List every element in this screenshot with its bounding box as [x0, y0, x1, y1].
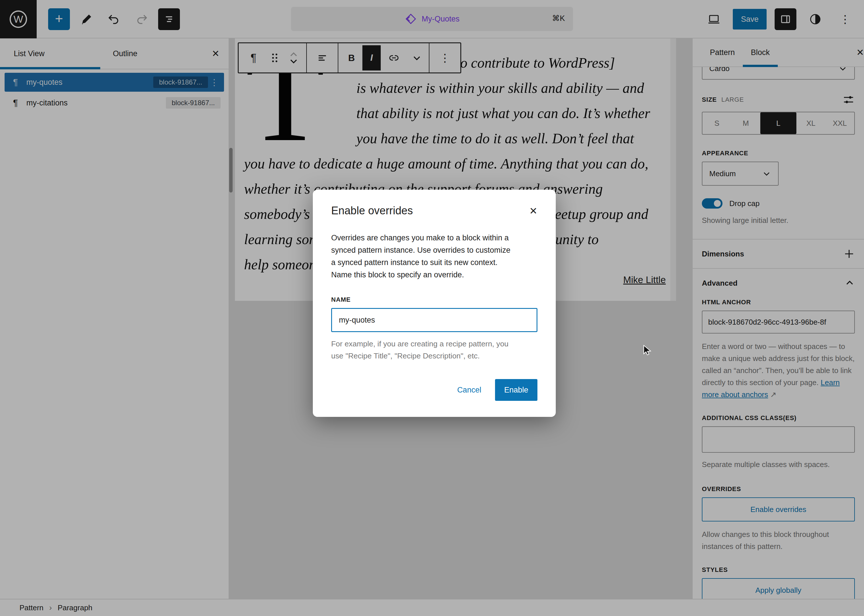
- dialog-actions: Cancel Enable: [331, 379, 537, 401]
- dialog-description: Overrides are changes you make to a bloc…: [331, 232, 537, 281]
- cancel-button[interactable]: Cancel: [449, 379, 489, 401]
- arrow-cursor-icon: [641, 344, 654, 357]
- name-label: NAME: [331, 296, 537, 303]
- enable-button[interactable]: Enable: [495, 379, 537, 401]
- override-name-input[interactable]: [331, 308, 537, 332]
- wordpress-pattern-editor: W +: [0, 0, 864, 616]
- dialog-header: Enable overrides ✕: [331, 204, 537, 217]
- dialog-title: Enable overrides: [331, 204, 413, 217]
- mouse-cursor: [641, 344, 654, 357]
- close-dialog-icon[interactable]: ✕: [529, 205, 538, 217]
- name-helper-text: For example, if you are creating a recip…: [331, 338, 537, 362]
- enable-overrides-dialog: Enable overrides ✕ Overrides are changes…: [313, 190, 556, 417]
